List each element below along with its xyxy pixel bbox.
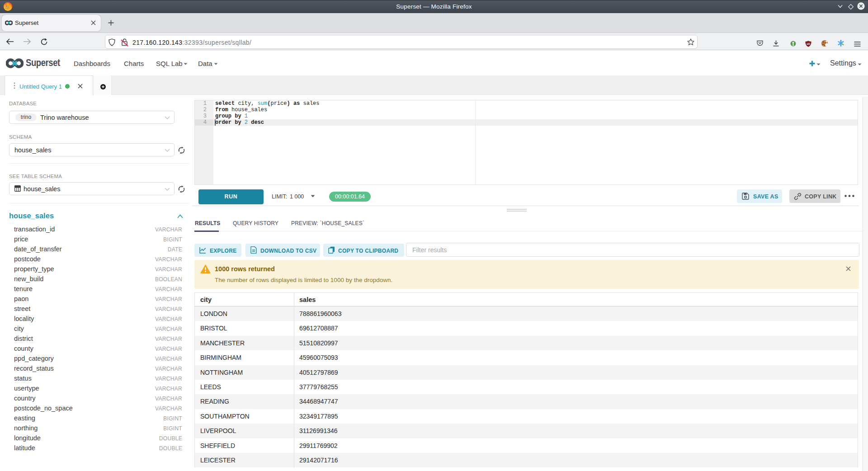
svg-text:uO: uO [807,42,810,45]
